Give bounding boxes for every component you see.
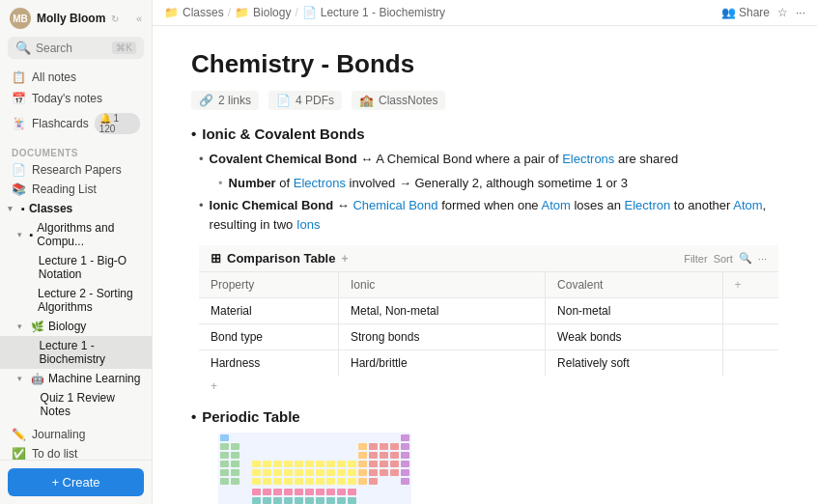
reading-list-label: Reading List	[32, 182, 97, 196]
svg-rect-27	[337, 461, 346, 467]
attachment-links[interactable]: 🔗 2 links	[191, 91, 259, 110]
svg-rect-78	[273, 497, 282, 504]
section2-title: • Periodic Table	[191, 408, 778, 425]
svg-rect-9	[401, 443, 409, 450]
svg-rect-1	[220, 434, 229, 441]
bullet-ionic: Ionic Chemical Bond ↔ Chemical Bond form…	[199, 196, 778, 234]
lecture1-bio-label: Lecture 1 - Biochemistry	[39, 339, 144, 366]
electron-link[interactable]: Electron	[625, 198, 671, 212]
ml-label: Machine Learning	[48, 372, 140, 385]
svg-rect-11	[231, 452, 239, 459]
svg-rect-81	[305, 497, 314, 504]
sidebar-item-reading-list[interactable]: 📚 Reading List	[0, 180, 152, 199]
todays-notes-icon: 📅	[12, 92, 26, 105]
sync-icon: ↻	[111, 14, 119, 24]
bullet-icon2: •	[191, 408, 196, 425]
svg-rect-67	[263, 489, 271, 495]
attachment-classnotes[interactable]: 🏫 ClassNotes	[352, 91, 445, 110]
share-button[interactable]: 👥 Share	[721, 6, 770, 19]
collapse-sidebar-button[interactable]: «	[136, 13, 142, 24]
sidebar-item-flashcards[interactable]: 🃏 Flashcards 🔔 1 120	[0, 109, 152, 138]
svg-rect-84	[337, 497, 346, 504]
section1-title-text: Ionic & Covalent Bonds	[202, 126, 364, 142]
svg-rect-20	[263, 461, 271, 467]
filter-label[interactable]: Filter	[684, 253, 707, 265]
svg-rect-38	[273, 469, 282, 476]
search-icon: 🔍	[15, 41, 31, 55]
breadcrumb-classes[interactable]: Classes	[183, 6, 224, 19]
algorithms-icon: ▪	[29, 229, 33, 240]
star-button[interactable]: ☆	[777, 6, 788, 19]
electrons2-link[interactable]: Electrons	[294, 176, 346, 190]
sidebar-item-all-notes[interactable]: 📋 All notes	[0, 67, 152, 88]
search-shortcut: ⌘K	[112, 42, 136, 54]
sidebar-item-quiz1[interactable]: ▾ Quiz 1 Review Notes	[0, 388, 152, 421]
more-table-icon[interactable]: ···	[758, 253, 767, 265]
more-button[interactable]: ···	[796, 6, 805, 19]
col-covalent: Covalent	[546, 272, 722, 298]
documents-section-label: DOCUMENTS	[0, 142, 152, 160]
all-notes-icon: 📋	[12, 70, 26, 84]
svg-rect-33	[401, 461, 409, 467]
breadcrumb-lecture[interactable]: Lecture 1 - Biochemistry	[321, 6, 445, 19]
star-icon: ☆	[777, 6, 788, 19]
number-bold: Number	[229, 176, 276, 190]
links-label: 2 links	[218, 94, 251, 107]
atom-link[interactable]: Atom	[542, 198, 571, 212]
comparison-table: Property Ionic Covalent + Material Metal…	[199, 272, 778, 376]
breadcrumb-icon-biology: 📁	[235, 6, 249, 19]
pdfs-label: 4 PDFs	[296, 94, 334, 107]
attachment-pdfs[interactable]: 📄 4 PDFs	[268, 91, 342, 110]
sidebar-item-algorithms[interactable]: ▾ ▪ Algorithms and Compu...	[0, 218, 152, 251]
ml-icon: 🤖	[31, 373, 44, 385]
periodic-table-svg	[218, 433, 411, 504]
sidebar-item-machine-learning[interactable]: ▾ 🤖 Machine Learning	[0, 369, 152, 388]
algorithms-label: Algorithms and Compu...	[37, 221, 144, 248]
chemical-bond-link[interactable]: Chemical Bond	[352, 198, 437, 212]
cell-bondtype-prop: Bond type	[199, 324, 339, 350]
sort-label[interactable]: Sort	[714, 253, 733, 265]
add-row-button[interactable]: +	[199, 376, 778, 397]
quiz1-label: Quiz 1 Review Notes	[41, 391, 144, 418]
sidebar-item-journaling[interactable]: ✏️ Journaling	[0, 425, 152, 444]
bullet-covalent: Covalent Chemical Bond ↔ A Chemical Bond…	[199, 150, 778, 169]
create-button[interactable]: + Create	[8, 468, 144, 496]
search-bar[interactable]: 🔍 ⌘K	[8, 37, 144, 59]
more-icon: ···	[796, 6, 805, 19]
biology-icon: 🌿	[31, 321, 44, 333]
svg-rect-69	[284, 489, 293, 495]
sidebar-item-lecture2-sort[interactable]: ▾ Lecture 2 - Sorting Algorithms	[0, 284, 152, 317]
chevron-down-icon: ▾	[8, 204, 17, 213]
classes-icon: ▪	[21, 203, 25, 214]
bullet-icon: •	[191, 126, 196, 142]
sidebar-bottom: + Create	[0, 460, 152, 504]
electrons-link[interactable]: Electrons	[562, 152, 614, 166]
sidebar-item-biology[interactable]: ▾ 🌿 Biology	[0, 317, 152, 336]
table-add-col-icon[interactable]: +	[341, 252, 348, 266]
svg-rect-74	[337, 489, 346, 495]
sidebar-item-classes[interactable]: ▾ ▪ Classes	[0, 199, 152, 218]
flashcards-badge: 🔔 1 120	[95, 113, 140, 134]
svg-rect-28	[348, 461, 356, 467]
svg-rect-50	[401, 469, 409, 476]
col-add[interactable]: +	[722, 272, 778, 298]
sidebar-item-todo[interactable]: ✅ To do list	[0, 444, 152, 460]
sidebar-item-lecture1-bio[interactable]: ▾ Lecture 1 - Biochemistry	[0, 336, 152, 369]
content-area: Chemistry - Bonds 🔗 2 links 📄 4 PDFs 🏫 C…	[153, 26, 817, 504]
sidebar-item-todays-notes[interactable]: 📅 Today's notes	[0, 88, 152, 109]
atom2-link[interactable]: Atom	[733, 198, 762, 212]
breadcrumb: 📁 Classes / 📁 Biology / 📄 Lecture 1 - Bi…	[164, 6, 718, 19]
svg-rect-23	[295, 461, 303, 467]
svg-rect-44	[337, 469, 346, 476]
sidebar-item-research-papers[interactable]: 📄 Research Papers	[0, 160, 152, 180]
svg-rect-39	[284, 469, 293, 476]
breadcrumb-icon-classes: 📁	[164, 6, 179, 19]
svg-rect-48	[380, 469, 388, 476]
sidebar-item-lecture1-bigo[interactable]: ▾ Lecture 1 - Big-O Notation	[0, 251, 152, 284]
ions-link[interactable]: Ions	[296, 217, 321, 232]
sidebar-header: MB Molly Bloom ↻ «	[0, 0, 152, 33]
breadcrumb-biology[interactable]: Biology	[253, 6, 291, 19]
search-table-icon[interactable]: 🔍	[739, 252, 752, 265]
svg-rect-13	[369, 452, 378, 459]
search-input[interactable]	[36, 42, 107, 55]
